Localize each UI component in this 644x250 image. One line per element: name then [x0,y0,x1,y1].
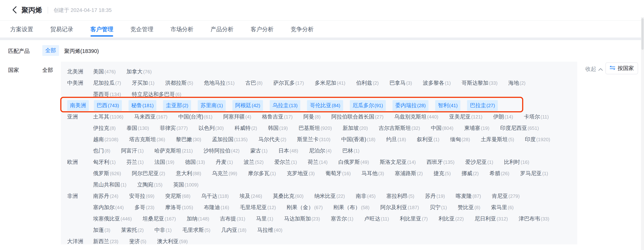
country-filter-all-option[interactable]: 全部 [42,67,53,74]
country-item[interactable]: 埃塞俄比亚(446) [93,213,132,224]
country-item[interactable]: 危地马拉(51) [204,77,234,89]
country-item[interactable]: 伊朗(14) [493,111,513,122]
country-item[interactable]: 尼日利亚(312) [475,213,508,224]
product-filter-all-option[interactable]: 全部 [42,45,59,56]
country-item[interactable]: 中国(804) [431,122,454,134]
sort-by-country-button[interactable]: 按国家 [606,62,638,74]
country-item[interactable]: 马达加斯加(23) [284,213,320,224]
country-item[interactable]: 匈牙利(1) [93,156,116,168]
country-item[interactable]: 韩国(19) [268,122,288,134]
country-item[interactable]: 巴拿马(3) [390,77,412,89]
country-item[interactable]: 牙买加(1) [132,77,154,89]
country-item[interactable]: 日本(48) [278,145,298,156]
country-item[interactable]: 马里(1) [256,213,273,224]
country-item[interactable]: 阿塞拜疆(4) [223,111,251,122]
country-item[interactable]: 土库曼斯坦(5) [481,134,514,145]
country-item[interactable]: 美国(476) [93,66,116,77]
country-item[interactable]: 芬兰(1) [126,156,144,168]
country-item[interactable]: 叙利亚(1) [417,134,440,145]
country-item[interactable]: 爱尔兰(1) [274,156,297,168]
country-item[interactable]: 莱索托(2) [121,224,144,236]
country-item[interactable]: 挪威(2) [462,168,479,179]
country-item[interactable]: 突尼斯(68) [165,190,190,202]
country-item[interactable]: 塞舌尔(1) [331,213,353,224]
country-item[interactable]: 阿富汗(1) [121,145,144,156]
continent-label-north-america[interactable]: 北美洲 [67,66,93,77]
country-item[interactable]: 泰国(130) [126,122,149,134]
country-item[interactable]: 阿尔巴尼亚(2) [132,168,165,179]
country-item[interactable]: 乌拉圭(13) [270,100,300,111]
continent-label-central-america[interactable]: 中美洲 [67,77,93,88]
product-filter-product-option[interactable]: 聚丙烯(18390) [64,48,99,55]
country-item[interactable]: 多哥(23) [134,202,154,213]
country-item[interactable]: 立陶宛(15) [137,179,162,190]
country-item[interactable]: 巴林(1) [342,145,360,156]
country-item[interactable]: 索马里(6) [491,202,514,213]
country-item[interactable]: 智利(41) [435,100,460,111]
country-item[interactable]: 斐济(5) [129,236,146,247]
country-item[interactable]: 墨西哥(134) [93,89,121,100]
country-item[interactable]: 罗马尼亚(1) [520,168,548,179]
country-item[interactable]: 莫桑比克(60) [273,190,304,202]
country-item[interactable]: 纳米比亚(22) [314,190,345,202]
country-item[interactable]: 卡塔尔(11) [524,111,549,122]
continent-label-asia[interactable]: 亚洲 [67,111,93,122]
continent-label-south-america[interactable]: 南美洲 [67,100,89,111]
country-item[interactable]: 贝宁(1) [430,202,447,213]
country-item[interactable]: 伊拉克(8) [93,122,116,134]
country-item[interactable]: 荷兰(14) [308,156,328,168]
scrollbar-thumb[interactable] [642,18,644,50]
country-item[interactable]: 希腊(26) [490,168,509,179]
country-item[interactable]: 摩洛哥(105) [165,202,193,213]
country-item[interactable]: 安哥拉(69) [129,190,154,202]
country-item[interactable]: 俄罗斯(626) [93,168,121,179]
country-item[interactable]: 也门(8) [93,145,110,156]
country-item[interactable]: 坦桑尼亚(167) [143,213,176,224]
country-item[interactable]: 南苏丹(24) [93,190,118,202]
tab-competition-analysis[interactable]: 竞争分析 [291,21,314,38]
back-button[interactable] [11,7,18,14]
country-item[interactable]: 多米尼加(41) [315,77,345,89]
country-item[interactable]: 津巴布韦(33) [518,213,549,224]
country-item[interactable]: 加蓬(3) [93,224,110,236]
country-item[interactable]: 埃及(246) [240,190,262,202]
country-item[interactable]: 马耳他(3) [362,168,384,179]
country-item[interactable]: 新西兰(23) [93,236,118,247]
country-item[interactable]: 西班牙(135) [426,156,454,168]
country-item[interactable]: 意大利(88) [176,168,201,179]
country-item[interactable]: 捷克(5) [434,168,451,179]
country-item[interactable]: 马尔代夫(2) [258,134,286,145]
country-item[interactable]: 摩尔多瓦(1) [248,168,276,179]
country-item[interactable]: 斯里兰卡(310) [297,134,330,145]
country-item[interactable]: 委内瑞拉(28) [392,100,428,111]
country-item[interactable]: 沙特阿拉伯(42) [204,145,240,156]
continent-label-oceania[interactable]: 大洋洲 [67,236,93,247]
tab-trade-records[interactable]: 贸易记录 [50,21,73,38]
continent-label-africa[interactable]: 非洲 [67,190,93,201]
country-item[interactable]: 克罗地亚(3) [287,168,315,179]
country-item[interactable]: 波多黎各(1) [423,77,451,89]
tab-plan-settings[interactable]: 方案设置 [10,21,33,38]
country-item[interactable]: 几内亚(18) [221,224,246,236]
country-item[interactable]: 斯洛文尼亚(14) [380,156,416,168]
country-item[interactable]: 塞内加尔(44) [93,202,124,213]
country-item[interactable]: 布隆迪(16) [204,202,229,213]
country-item[interactable]: 柬埔寨(19) [464,122,489,134]
country-item[interactable]: 阿根廷(42) [232,100,263,111]
country-item[interactable]: 萨尔瓦多(17) [273,77,304,89]
tab-market-analysis[interactable]: 市场分析 [170,21,194,38]
country-item[interactable]: 约旦(18) [386,134,406,145]
tab-customer-analysis[interactable]: 客户分析 [250,21,274,38]
country-item[interactable]: 阿拉伯联合酋长国(27) [331,111,384,122]
country-item[interactable]: 毛里求斯(5) [182,224,210,236]
country-item[interactable]: 海地(2) [508,77,526,89]
country-item[interactable]: 比利时(16) [504,156,529,168]
country-item[interactable]: 格鲁吉亚(17) [262,111,292,122]
country-item[interactable]: 中非(1) [154,224,172,236]
country-item[interactable]: 菲律宾(377) [160,122,188,134]
country-item[interactable]: 印度尼西亚(651) [500,122,539,134]
country-item[interactable]: 伯利兹(2) [356,77,379,89]
country-item[interactable]: 洪都拉斯(5) [165,77,193,89]
country-item[interactable]: 蒙古(1) [250,145,268,156]
country-item[interactable]: 澳大利亚(59) [157,236,188,247]
